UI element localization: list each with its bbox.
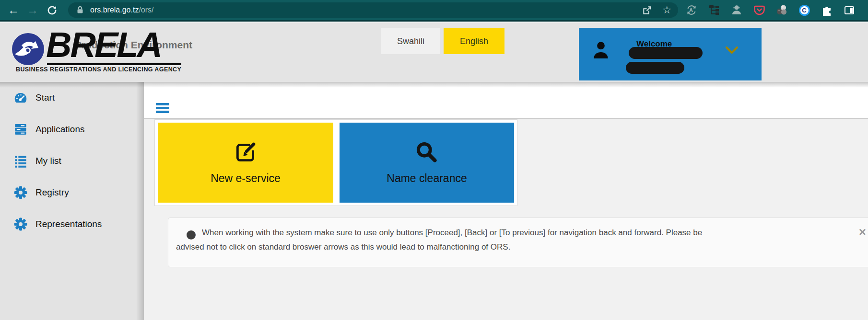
- url-path: /ors/: [139, 6, 153, 14]
- sidebar-item-representations[interactable]: Representations: [0, 208, 144, 240]
- sidebar-item-label: Registry: [35, 187, 69, 198]
- logo-subtitle: BUSINESS REGISTRATIONS AND LICENCING AGE…: [16, 66, 184, 73]
- info-icon: i: [187, 230, 196, 240]
- logo-underline: [47, 63, 181, 65]
- sidebar-item-applications[interactable]: Applications: [0, 114, 144, 145]
- brela-logo-mark-icon: [12, 33, 44, 65]
- sidebar-item-label: Applications: [35, 124, 84, 135]
- browser-back-icon[interactable]: ←: [4, 0, 23, 20]
- browser-reload-icon[interactable]: [42, 5, 61, 16]
- alert-close-icon[interactable]: ×: [859, 226, 866, 238]
- new-e-service-tile[interactable]: New e-service: [158, 123, 333, 203]
- main-content: New e-service Name clearance iWhen worki…: [144, 82, 868, 320]
- sidebar-item-label: Representations: [35, 219, 102, 229]
- sidebar-item-my-list[interactable]: My list: [0, 145, 144, 177]
- site-header: Production Environment BRELA BUSINESS RE…: [0, 23, 868, 82]
- sidebar-item-label: My list: [35, 156, 61, 166]
- service-tiles: New e-service Name clearance: [154, 119, 517, 206]
- spheres-extension-icon[interactable]: [776, 4, 787, 16]
- sitemap-extension-icon[interactable]: [708, 4, 720, 16]
- name-clearance-tile[interactable]: Name clearance: [340, 123, 514, 203]
- share-icon[interactable]: [641, 4, 653, 16]
- browser-forward-icon[interactable]: →: [23, 0, 42, 20]
- content-area: New e-service Name clearance iWhen worki…: [144, 119, 868, 319]
- sidebar-item-registry[interactable]: Registry: [0, 177, 144, 208]
- hamburger-menu-icon[interactable]: [156, 103, 169, 114]
- gauge-icon: [12, 91, 29, 104]
- content-toolbar: [144, 82, 868, 119]
- lock-icon: [75, 5, 85, 15]
- tile-label: New e-service: [211, 172, 281, 185]
- translate-extension-icon[interactable]: A: [686, 4, 697, 16]
- language-swahili-button[interactable]: Swahili: [381, 28, 440, 54]
- sidebar-item-start[interactable]: Start: [0, 82, 144, 114]
- extensions-tray: A C: [686, 4, 855, 16]
- user-avatar-icon: [592, 41, 610, 60]
- colorzilla-extension-icon[interactable]: C: [798, 4, 810, 16]
- browser-toolbar: ← → ors.brela.go.tz/ors/ ☆ A: [0, 0, 868, 22]
- extensions-puzzle-icon[interactable]: [821, 4, 833, 16]
- brela-logo[interactable]: BRELA BUSINESS REGISTRATIONS AND LICENCI…: [0, 23, 192, 82]
- url-host: ors.brela.go.tz: [90, 6, 139, 14]
- side-panel-icon[interactable]: [844, 4, 855, 16]
- user-menu[interactable]: Welcome JUMA: [579, 28, 762, 80]
- redaction-blob: [626, 62, 684, 74]
- sidebar-item-label: Start: [35, 92, 55, 103]
- logo-wordmark: BRELA: [46, 27, 161, 63]
- pocket-extension-icon[interactable]: [753, 4, 765, 16]
- chevron-down-icon[interactable]: [725, 46, 739, 55]
- edit-icon: [234, 140, 258, 164]
- language-english-button[interactable]: English: [444, 28, 504, 54]
- search-icon: [415, 140, 439, 164]
- sidebar: Start Applications My list: [0, 82, 144, 320]
- bookmark-star-icon[interactable]: ☆: [662, 4, 671, 16]
- list-icon: [12, 154, 29, 168]
- tile-label: Name clearance: [387, 172, 467, 185]
- address-bar[interactable]: ors.brela.go.tz/ors/ ☆: [68, 2, 678, 18]
- stack-icon: [12, 123, 29, 136]
- gear-icon: [12, 186, 29, 199]
- user-agent-extension-icon[interactable]: [731, 4, 742, 16]
- alert-message: iWhen working with the system make sure …: [176, 226, 846, 254]
- gear-icon: [12, 217, 29, 231]
- redaction-blob: [629, 47, 703, 59]
- info-alert: iWhen working with the system make sure …: [168, 217, 868, 267]
